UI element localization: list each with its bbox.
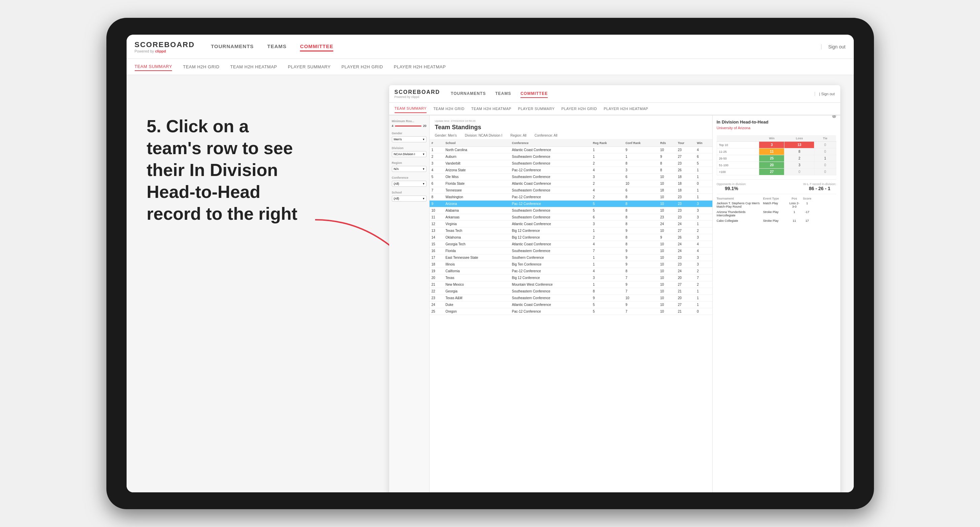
- table-row[interactable]: 1 North Carolina Atlantic Coast Conferen…: [430, 147, 712, 154]
- cell-school: Texas: [443, 275, 510, 281]
- table-row[interactable]: 16 Florida Southeastern Conference 7 9 1…: [430, 248, 712, 254]
- close-button[interactable]: ⊗: [832, 116, 836, 119]
- cell-conf-rank: 8: [624, 268, 658, 275]
- app-nav-committee[interactable]: COMMITTEE: [520, 90, 548, 98]
- sub-team-summary[interactable]: TEAM SUMMARY: [135, 63, 172, 71]
- sub-player-h2h-heatmap[interactable]: PLAYER H2H HEATMAP: [394, 63, 446, 71]
- sidebar-slider: 4 20: [392, 124, 426, 127]
- table-row[interactable]: 10 Alabama Southeastern Conference 5 8 1…: [430, 207, 712, 214]
- cell-conference: Southeastern Conference: [510, 288, 591, 295]
- slider-track[interactable]: [395, 125, 422, 127]
- cell-num: 14: [430, 234, 444, 241]
- cell-conference: Southeastern Conference: [510, 248, 591, 254]
- cell-conf-rank: 9: [624, 281, 658, 288]
- table-row[interactable]: 12 Virginia Atlantic Coast Conference 3 …: [430, 221, 712, 227]
- cell-tour: 23: [676, 254, 695, 261]
- app-sub-team-h2h-grid[interactable]: TEAM H2H GRID: [433, 105, 465, 113]
- app-nav-tournaments[interactable]: TOURNAMENTS: [451, 90, 486, 98]
- h2h-label-gt100: >100: [717, 168, 759, 175]
- app-nav: TOURNAMENTS TEAMS COMMITTEE: [451, 90, 815, 98]
- table-header: Update time: 27/03/2024 16:56:26 Team St…: [430, 116, 712, 140]
- cell-num: 18: [430, 261, 444, 268]
- table-area: Update time: 27/03/2024 16:56:26 Team St…: [430, 116, 712, 492]
- app-sign-out[interactable]: | Sign out: [815, 92, 835, 96]
- table-row[interactable]: 2 Auburn Southeastern Conference 1 1 9 2…: [430, 154, 712, 160]
- table-row[interactable]: 22 Georgia Southeastern Conference 8 7 1…: [430, 288, 712, 295]
- h2h-loss-top10: 13: [784, 142, 815, 148]
- cell-rds: 10: [658, 147, 676, 154]
- cell-school: Vanderbilt: [443, 160, 510, 167]
- cell-reg-rank: 4: [591, 241, 624, 248]
- sidebar-gender-section: Gender Men's ▾: [392, 132, 426, 142]
- sidebar-region-control[interactable]: N/A ▾: [392, 166, 426, 172]
- sidebar-school-control[interactable]: (All) ▾: [392, 195, 426, 202]
- table-row[interactable]: 3 Vanderbilt Southeastern Conference 2 8…: [430, 160, 712, 167]
- cell-conf-rank: 6: [624, 174, 658, 180]
- table-row[interactable]: 4 Arizona State Pac-12 Conference 4 3 8 …: [430, 167, 712, 174]
- sub-player-h2h-grid[interactable]: PLAYER H2H GRID: [341, 63, 383, 71]
- app-nav-teams[interactable]: TEAMS: [495, 90, 511, 98]
- cell-rds: 10: [658, 207, 676, 214]
- table-row[interactable]: 21 New Mexico Mountain West Conference 1…: [430, 281, 712, 288]
- table-row[interactable]: 11 Arkansas Southeastern Conference 6 8 …: [430, 214, 712, 221]
- chevron-down-icon: ▾: [423, 138, 425, 141]
- col-school: School: [443, 140, 510, 147]
- cell-num: 5: [430, 174, 444, 180]
- cell-win: 3: [695, 200, 712, 207]
- standings-title: Team Standings: [435, 124, 707, 131]
- table-row[interactable]: 25 Oregon Pac-12 Conference 5 7 10 21 0: [430, 308, 712, 315]
- cell-conference: Atlantic Coast Conference: [510, 241, 591, 248]
- table-row[interactable]: 6 Florida State Atlantic Coast Conferenc…: [430, 180, 712, 187]
- sub-player-summary[interactable]: PLAYER SUMMARY: [288, 63, 331, 71]
- nav-committee[interactable]: COMMITTEE: [300, 42, 333, 51]
- sub-team-h2h-grid[interactable]: TEAM H2H GRID: [183, 63, 219, 71]
- app-sub-team-h2h-heatmap[interactable]: TEAM H2H HEATMAP: [471, 105, 511, 113]
- sub-team-h2h-heatmap[interactable]: TEAM H2H HEATMAP: [230, 63, 277, 71]
- cell-win: 6: [695, 154, 712, 160]
- nav-teams[interactable]: TEAMS: [267, 42, 287, 51]
- top-nav: SCOREBOARD Powered by clippd TOURNAMENTS…: [127, 35, 854, 59]
- app-window: SCOREBOARD Powered by clippd TOURNAMENTS…: [389, 85, 840, 492]
- sidebar-gender-control[interactable]: Men's ▾: [392, 136, 426, 142]
- nav-tournaments[interactable]: TOURNAMENTS: [211, 42, 253, 51]
- table-row[interactable]: 19 California Pac-12 Conference 4 8 10 2…: [430, 268, 712, 275]
- cell-conf-rank: 10: [624, 180, 658, 187]
- sidebar-conference-control[interactable]: (All) ▾: [392, 181, 426, 187]
- sidebar-division-control[interactable]: NCAA Division I ▾: [392, 151, 426, 157]
- table-row[interactable]: 15 Georgia Tech Atlantic Coast Conferenc…: [430, 241, 712, 248]
- cell-reg-rank: 1: [591, 227, 624, 234]
- app-sub-player-h2h-heatmap[interactable]: PLAYER H2H HEATMAP: [604, 105, 648, 113]
- tablet-frame: SCOREBOARD Powered by clippd TOURNAMENTS…: [107, 18, 874, 509]
- panel-title: In Division Head-to-Head: [717, 119, 768, 124]
- cell-reg-rank: 1: [591, 281, 624, 288]
- table-row[interactable]: 8 Washington Pac-12 Conference 2 8 10 23…: [430, 194, 712, 200]
- sidebar-max-val: 20: [423, 124, 426, 127]
- table-row[interactable]: 20 Texas Big 12 Conference 3 7 10 20 7: [430, 275, 712, 281]
- table-row[interactable]: 9 Arizona Pac-12 Conference 5 8 10 23 3: [430, 200, 712, 207]
- sign-out[interactable]: Sign out: [821, 44, 845, 49]
- table-row[interactable]: 18 Illinois Big Ten Conference 1 9 10 23…: [430, 261, 712, 268]
- cell-school: Alabama: [443, 207, 510, 214]
- app-sub-player-summary[interactable]: PLAYER SUMMARY: [518, 105, 555, 113]
- chevron-down-icon-2: ▾: [423, 152, 425, 156]
- h2h-label-2650: 26-50: [717, 155, 759, 162]
- cell-tour: 23: [676, 214, 695, 221]
- table-row[interactable]: 13 Texas Tech Big 12 Conference 1 9 10 2…: [430, 227, 712, 234]
- app-sub-team-summary[interactable]: TEAM SUMMARY: [395, 104, 427, 113]
- table-row[interactable]: 24 Duke Atlantic Coast Conference 5 9 10…: [430, 302, 712, 308]
- cell-reg-rank: 8: [591, 288, 624, 295]
- table-row[interactable]: 14 Oklahoma Big 12 Conference 2 8 9 26 3: [430, 234, 712, 241]
- table-row[interactable]: 7 Tennessee Southeastern Conference 4 6 …: [430, 187, 712, 194]
- table-row[interactable]: 23 Texas A&M Southeastern Conference 9 1…: [430, 295, 712, 302]
- h2h-col-win: Win: [759, 135, 784, 142]
- h2h-loss-1125: 8: [784, 148, 815, 155]
- h2h-label-1125: 11-25: [717, 148, 759, 155]
- table-row[interactable]: 5 Ole Miss Southeastern Conference 3 6 1…: [430, 174, 712, 180]
- cell-reg-rank: 5: [591, 200, 624, 207]
- cell-conference: Southeastern Conference: [510, 174, 591, 180]
- cell-num: 2: [430, 154, 444, 160]
- main-nav: TOURNAMENTS TEAMS COMMITTEE: [211, 42, 821, 51]
- table-row[interactable]: 17 East Tennessee State Southern Confere…: [430, 254, 712, 261]
- cell-win: 2: [695, 268, 712, 275]
- app-sub-player-h2h-grid[interactable]: PLAYER H2H GRID: [562, 105, 597, 113]
